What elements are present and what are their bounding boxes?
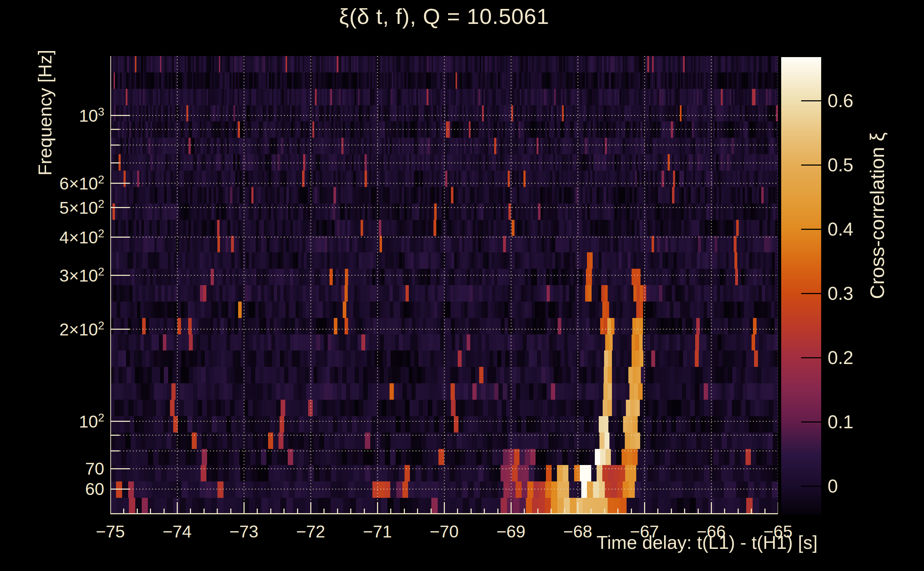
y-tick-label: 3×102 bbox=[0, 265, 104, 286]
colorbar-label: Cross-correlation ξ bbox=[865, 133, 888, 299]
colorbar-tick-label: 0.1 bbox=[828, 411, 853, 432]
colorbar-tick-label: 0.6 bbox=[828, 90, 853, 111]
x-tick-label: −73 bbox=[229, 522, 258, 542]
x-tick-label: −75 bbox=[96, 522, 125, 542]
x-tick-label: −72 bbox=[296, 522, 325, 542]
heatmap-plot-area bbox=[110, 56, 778, 514]
chart-title: ξ(δ t, f), Q = 10.5061 bbox=[110, 3, 778, 29]
y-tick-label: 2×102 bbox=[0, 319, 104, 340]
y-axis-label: Frequency [Hz] bbox=[34, 49, 56, 176]
y-tick-label: 70 bbox=[0, 458, 104, 478]
x-tick-label: −70 bbox=[430, 522, 459, 542]
figure: ξ(δ t, f), Q = 10.5061 −75−74−73−72−71−7… bbox=[0, 0, 924, 571]
colorbar-tick-label: 0 bbox=[828, 475, 838, 497]
colorbar-tick-label: 0.5 bbox=[828, 154, 853, 176]
y-tick-label: 4×102 bbox=[0, 227, 104, 247]
colorbar-tick-label: 0.2 bbox=[828, 347, 853, 368]
y-tick-label: 6×102 bbox=[0, 173, 104, 193]
x-tick-label: −74 bbox=[162, 522, 192, 542]
x-axis-label: Time delay: t(L1) - t(H1) [s] bbox=[489, 532, 817, 553]
y-tick-label: 5×102 bbox=[0, 197, 104, 218]
colorbar-tick-label: 0.4 bbox=[828, 218, 853, 240]
y-tick-label: 102 bbox=[0, 411, 104, 432]
colorbar bbox=[781, 57, 821, 514]
colorbar-tick-label: 0.3 bbox=[828, 282, 853, 304]
x-tick-label: −71 bbox=[363, 522, 392, 542]
y-tick-label: 60 bbox=[0, 479, 104, 499]
